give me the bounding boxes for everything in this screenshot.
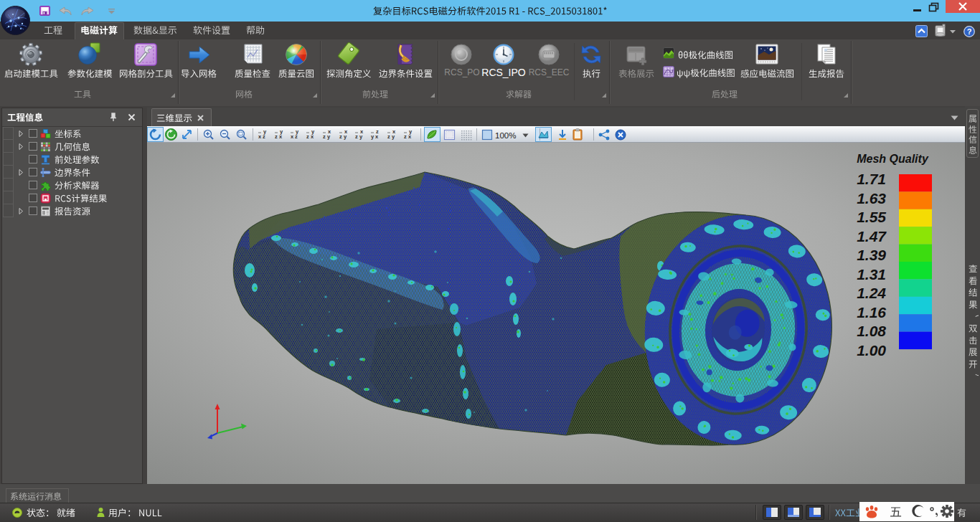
svg-text:z: z <box>355 133 358 140</box>
svg-text:z: z <box>306 133 309 140</box>
svg-text:z: z <box>275 133 278 140</box>
svg-text:z: z <box>404 133 407 140</box>
svg-text:y: y <box>371 133 374 140</box>
svg-text:1.71: 1.71 <box>857 171 886 187</box>
svg-text:y: y <box>311 129 315 135</box>
svg-text:z: z <box>376 129 379 135</box>
svg-text:1.63: 1.63 <box>857 190 886 207</box>
svg-text:y: y <box>296 129 299 135</box>
svg-text:x: x <box>258 133 262 140</box>
svg-text:x: x <box>360 129 364 135</box>
svg-text:1.08: 1.08 <box>857 323 886 339</box>
svg-text:y: y <box>280 129 283 135</box>
svg-text:x: x <box>392 129 396 135</box>
svg-text:1.47: 1.47 <box>857 228 887 245</box>
svg-text:y: y <box>409 129 413 135</box>
svg-text:x: x <box>328 129 331 135</box>
svg-text:z: z <box>323 133 326 140</box>
svg-text:x: x <box>344 129 348 135</box>
svg-text:x: x <box>291 133 294 140</box>
svg-text:1.31: 1.31 <box>857 266 886 283</box>
svg-text:?: ? <box>967 27 972 36</box>
svg-text:z: z <box>387 133 390 140</box>
svg-text:1.24: 1.24 <box>857 285 886 301</box>
svg-text:1.00: 1.00 <box>857 342 886 359</box>
svg-text:z: z <box>339 133 342 140</box>
svg-text:1.16: 1.16 <box>857 304 886 321</box>
svg-text:Mesh Quality: Mesh Quality <box>857 153 929 165</box>
svg-text:1.55: 1.55 <box>857 209 886 225</box>
svg-text:1.39: 1.39 <box>857 247 886 263</box>
svg-text:y: y <box>263 129 267 135</box>
